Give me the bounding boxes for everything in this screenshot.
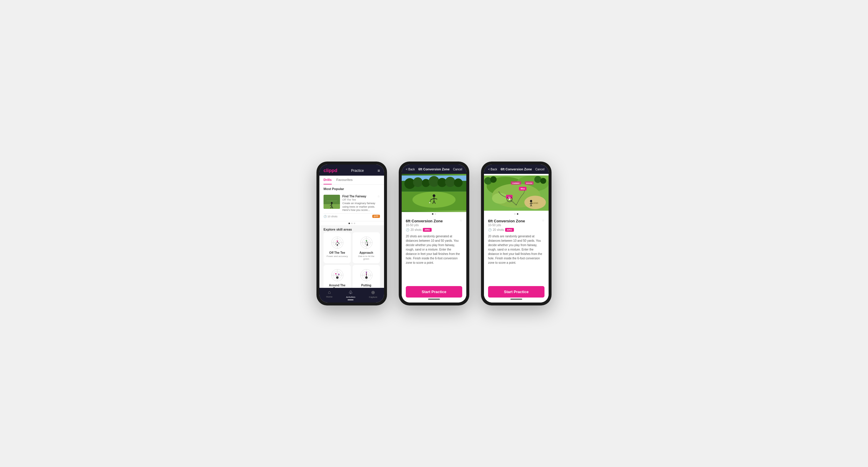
favourite-icon-3[interactable]: ☆ <box>542 219 545 222</box>
dot-3[interactable] <box>354 223 355 224</box>
drill-action-area-3: Start Practice <box>484 281 549 302</box>
drill-tag-2: ARG <box>423 228 432 232</box>
drill-photo <box>402 174 466 212</box>
drill-detail-content-3: 6ft Conversion Zone 10-50 yds ☆ 🕐 20 sho… <box>484 216 549 281</box>
drill-header-title-3: 6ft Conversion Zone <box>501 167 532 171</box>
atg-icon <box>330 268 345 282</box>
drill-range-3: 10-50 yds <box>488 224 525 227</box>
svg-point-87 <box>508 198 510 200</box>
svg-line-14 <box>337 242 339 244</box>
img-dot-3-1[interactable] <box>514 213 516 215</box>
svg-point-29 <box>335 273 336 274</box>
drill-range: 10-50 yds <box>406 224 443 227</box>
skill-name-atg: Around The Green <box>326 284 348 288</box>
drill-detail-content: 6ft Conversion Zone 10-50 yds ☆ 🕐 20 sho… <box>402 216 466 281</box>
drill-map: Hit Miss FAIRWAY ROUGH SAND <box>484 174 549 212</box>
capture-nav-icon: ⊕ <box>371 290 375 295</box>
skill-card-ott[interactable]: Off The Tee Power and accuracy <box>323 232 351 263</box>
svg-point-30 <box>338 274 339 275</box>
phone-3: < Back 6ft Conversion Zone Cancel <box>481 162 552 305</box>
back-button-3[interactable]: < Back <box>488 168 497 171</box>
carousel-dots <box>319 222 384 225</box>
menu-icon[interactable]: ≡ <box>378 168 380 173</box>
svg-point-54 <box>433 194 435 197</box>
tabs-bar: Drills Favourites <box>319 176 384 185</box>
svg-point-67 <box>492 193 508 204</box>
activities-nav-label: Activities <box>346 296 355 298</box>
svg-text:ROUGH: ROUGH <box>526 182 532 184</box>
img-dot-1[interactable] <box>432 213 433 215</box>
favourite-icon-2[interactable]: ☆ <box>460 219 462 222</box>
skill-card-approach[interactable]: Approach Dial-in to hit the green <box>352 232 380 263</box>
start-practice-button-3[interactable]: Start Practice <box>488 286 545 298</box>
featured-drill-card[interactable]: Find The Fairway Off The Tee ☆ Create an… <box>319 192 384 221</box>
putting-icon <box>359 268 374 282</box>
nav-capture[interactable]: ⊕ Capture <box>369 290 377 300</box>
image-carousel-dots-3 <box>484 212 549 216</box>
skill-desc-approach: Dial-in to hit the green <box>355 255 378 260</box>
start-practice-button[interactable]: Start Practice <box>406 286 462 298</box>
clock-icon: 🕐 <box>323 215 328 218</box>
svg-point-23 <box>366 244 368 246</box>
svg-point-50 <box>445 177 456 187</box>
drill-subtitle: Off The Tee <box>342 198 366 201</box>
skill-grid: Off The Tee Power and accuracy <box>319 232 384 288</box>
phone-2-header: < Back 6ft Conversion Zone Cancel <box>402 165 466 174</box>
tab-drills[interactable]: Drills <box>323 176 332 185</box>
most-popular-label: Most Popular <box>319 185 384 192</box>
skill-name-putting: Putting <box>355 284 378 287</box>
svg-point-71 <box>540 178 546 184</box>
shots-icon: 🕐 <box>406 228 409 231</box>
drill-description-2: 20 shots are randomly generated at dista… <box>406 234 462 265</box>
svg-point-51 <box>454 178 463 187</box>
svg-point-46 <box>413 177 423 187</box>
shots-count-2: 20 shots <box>410 228 422 231</box>
drill-shots-info: 🕐 20 shots ARG <box>406 228 462 232</box>
home-nav-label: Home <box>326 296 332 298</box>
favourite-icon[interactable]: ☆ <box>377 195 380 198</box>
svg-point-41 <box>365 276 368 279</box>
nav-home[interactable]: ⌂ Home <box>326 290 332 300</box>
skill-card-putting[interactable]: Putting Make and lag practice <box>352 265 380 288</box>
drill-description-3: 20 shots are randomly generated at dista… <box>488 234 545 265</box>
tab-favourites[interactable]: Favourites <box>336 176 353 185</box>
phone-1: clippd Practice ≡ Drills Favourites Most… <box>316 162 387 305</box>
svg-rect-2 <box>327 201 337 201</box>
svg-text:Miss: Miss <box>521 188 525 190</box>
img-dot-2[interactable] <box>435 213 436 215</box>
drill-thumbnail <box>323 195 340 209</box>
phones-container: clippd Practice ≡ Drills Favourites Most… <box>316 162 552 305</box>
cancel-button[interactable]: Cancel <box>453 168 462 171</box>
drill-title: Find The Fairway <box>342 195 366 198</box>
skill-name-ott: Off The Tee <box>326 251 348 254</box>
svg-point-70 <box>534 176 541 183</box>
dot-1[interactable] <box>348 223 350 224</box>
img-dot-3-2[interactable] <box>517 213 518 215</box>
drill-header-info: 6ft Conversion Zone 10-50 yds ☆ <box>406 219 462 227</box>
svg-text:FAIRWAY: FAIRWAY <box>513 182 520 184</box>
svg-point-61 <box>429 202 431 203</box>
cancel-button-3[interactable]: Cancel <box>535 168 545 171</box>
svg-text:SAND: SAND <box>532 202 538 204</box>
drill-tag-3: ARG <box>505 228 514 232</box>
phone-1-header: clippd Practice ≡ <box>319 165 384 176</box>
svg-point-81 <box>530 200 532 202</box>
phone-3-screen: < Back 6ft Conversion Zone Cancel <box>484 165 549 302</box>
svg-line-15 <box>335 242 337 245</box>
dot-2[interactable] <box>351 223 352 224</box>
image-carousel-dots <box>402 212 466 216</box>
phone-2: < Back 6ft Conversion Zone Cancel <box>399 162 469 305</box>
phone-2-screen: < Back 6ft Conversion Zone Cancel <box>402 165 466 302</box>
phone-3-header: < Back 6ft Conversion Zone Cancel <box>484 165 549 174</box>
header-title: Practice <box>351 169 364 173</box>
svg-point-22 <box>366 240 367 241</box>
active-tab-indicator <box>348 300 353 300</box>
nav-activities[interactable]: ♧ Activities <box>346 290 355 300</box>
clippd-logo: clippd <box>323 168 337 173</box>
ott-icon <box>330 235 345 250</box>
svg-point-16 <box>336 244 338 246</box>
drill-info: Find The Fairway Off The Tee ☆ Create an… <box>342 195 380 212</box>
skill-card-atg[interactable]: Around The Green Hone your short game <box>323 265 351 288</box>
svg-point-47 <box>422 179 430 187</box>
back-button[interactable]: < Back <box>406 168 415 171</box>
